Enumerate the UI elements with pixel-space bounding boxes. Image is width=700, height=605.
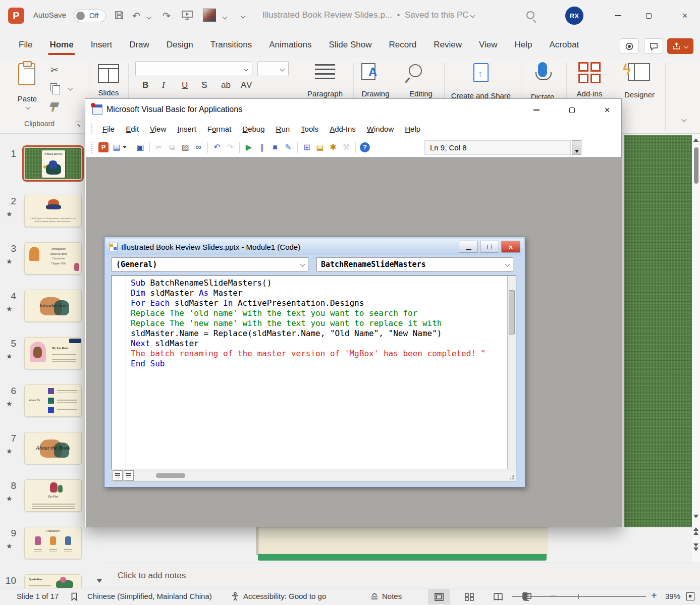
- vba-close-button[interactable]: ×: [598, 103, 616, 117]
- slide-thumbnail-3[interactable]: IntroductionAbout the BookConclusionChap…: [24, 242, 82, 274]
- code-vertical-scrollbar[interactable]: [507, 276, 516, 469]
- vba-menu-file[interactable]: File: [97, 123, 120, 135]
- comments-button[interactable]: [644, 38, 663, 54]
- code-scrollbar-thumb[interactable]: [509, 290, 515, 335]
- copy-icon[interactable]: [50, 83, 57, 91]
- share-button[interactable]: [667, 38, 693, 54]
- format-u-button[interactable]: U: [182, 80, 188, 90]
- break-icon[interactable]: ∥: [256, 141, 268, 153]
- tab-draw[interactable]: Draw: [121, 37, 158, 53]
- toolbar-scroll-button[interactable]: [572, 140, 581, 155]
- code-editor[interactable]: Sub BatchRenameSlideMasters()Dim sldMast…: [126, 276, 507, 469]
- tab-file[interactable]: File: [10, 37, 41, 53]
- code-line[interactable]: Sub BatchRenameSlideMasters(): [131, 278, 507, 288]
- scroll-down-icon[interactable]: [693, 515, 698, 518]
- search-icon[interactable]: [526, 11, 534, 19]
- view-slide-sorter-button[interactable]: [458, 589, 480, 604]
- tab-transitions[interactable]: Transitions: [202, 37, 261, 53]
- fit-slide-to-window-icon[interactable]: [686, 592, 694, 600]
- code-window-title-bar[interactable]: Illustrated Book Review Slides.pptx - Mo…: [106, 239, 523, 255]
- cut-icon[interactable]: ✂: [50, 64, 59, 76]
- split-view-button-2[interactable]: [124, 470, 134, 481]
- code-close-button[interactable]: ×: [501, 241, 520, 253]
- stop-icon[interactable]: ■: [269, 141, 281, 153]
- bookmark-icon[interactable]: [71, 592, 78, 601]
- slide-thumbnail-8[interactable]: The Plot: [24, 479, 82, 512]
- code-line[interactable]: End Sub: [131, 359, 507, 369]
- vba-menu-window[interactable]: Window: [361, 123, 399, 135]
- format-painter-icon[interactable]: [50, 102, 60, 107]
- hscrollbar-thumb[interactable]: [156, 473, 185, 478]
- procedure-dropdown[interactable]: BatchRenameSlideMasters: [316, 257, 513, 271]
- editing-group-label[interactable]: Editing: [401, 89, 441, 98]
- maximize-button[interactable]: [640, 7, 657, 24]
- paste-button[interactable]: Paste: [15, 94, 39, 103]
- code-restore-button[interactable]: [480, 241, 499, 253]
- insert-userform-icon-caret[interactable]: [123, 146, 127, 148]
- vba-maximize-button[interactable]: [563, 103, 581, 117]
- vba-menu-view[interactable]: View: [144, 123, 172, 135]
- design-mode-icon[interactable]: ✎: [282, 141, 294, 153]
- save-icon[interactable]: [114, 10, 124, 20]
- slide-thumbnail-4[interactable]: Introduction: [24, 290, 82, 322]
- slide-thumbnail-6[interactable]: About Us: [24, 384, 82, 417]
- find-icon[interactable]: ∞: [192, 141, 204, 153]
- collapse-ribbon-icon[interactable]: [682, 117, 687, 122]
- slide-thumbnail-9[interactable]: Characters: [24, 527, 82, 559]
- add-ins-icon[interactable]: [578, 62, 601, 83]
- editing-icon[interactable]: [409, 64, 422, 77]
- paste-chevron-icon[interactable]: [26, 105, 31, 110]
- code-line[interactable]: sldMaster.Name = Replace(sldMaster.Name,…: [131, 328, 507, 339]
- vba-title-bar[interactable]: Microsoft Visual Basic for Applications …: [85, 99, 621, 120]
- zoom-slider-track[interactable]: [512, 596, 646, 597]
- properties-window-icon[interactable]: ▤: [314, 141, 326, 153]
- help-icon[interactable]: ?: [360, 142, 370, 152]
- format-i-button[interactable]: I: [162, 80, 165, 90]
- save-icon[interactable]: ▣: [134, 141, 146, 153]
- code-line[interactable]: Replace The 'new name' with the text you…: [131, 318, 507, 328]
- autosave-toggle[interactable]: Off: [74, 10, 106, 22]
- copy-chevron-icon[interactable]: [68, 86, 73, 91]
- scroll-up-icon[interactable]: [693, 138, 698, 142]
- notes-toggle[interactable]: Notes: [382, 592, 402, 600]
- vba-menu-edit[interactable]: Edit: [120, 123, 144, 135]
- zoom-slider-thumb[interactable]: [523, 592, 527, 600]
- font-size-combo[interactable]: [257, 61, 289, 76]
- main-scrollbar[interactable]: [692, 134, 700, 588]
- code-horizontal-scrollbar[interactable]: [111, 469, 516, 482]
- redo-icon[interactable]: ↷: [163, 10, 171, 22]
- recent-image-chip[interactable]: [203, 9, 216, 22]
- slide-thumbnail-2[interactable]: A book report is a brief summary and ana…: [24, 195, 82, 227]
- notes-panel[interactable]: Click to add notes: [106, 563, 700, 588]
- paste-icon[interactable]: [18, 63, 35, 85]
- dictate-icon[interactable]: [538, 62, 547, 77]
- vba-minimize-button[interactable]: [527, 103, 546, 117]
- code-line[interactable]: Replace The 'old name' with the text you…: [131, 308, 507, 318]
- slide-thumbnail-1[interactable]: A Book Review: [24, 147, 82, 180]
- tab-insert[interactable]: Insert: [82, 37, 121, 53]
- format-av-button[interactable]: AV: [241, 80, 252, 90]
- add-ins-label[interactable]: Add-ins: [571, 89, 608, 98]
- vba-menu-insert[interactable]: Insert: [172, 123, 202, 135]
- undo-icon[interactable]: ↶: [132, 10, 140, 22]
- start-slideshow-icon[interactable]: [182, 10, 193, 20]
- new-slide-icon[interactable]: [98, 64, 119, 83]
- paste-icon[interactable]: ▨: [179, 141, 191, 153]
- zoom-in-button[interactable]: +: [651, 590, 657, 601]
- panel-scroll-down-icon[interactable]: [97, 579, 102, 583]
- code-line[interactable]: Dim sldMaster As Master: [131, 288, 507, 298]
- close-button[interactable]: ×: [676, 7, 693, 24]
- tab-acrobat[interactable]: Acrobat: [541, 37, 588, 53]
- vba-menu-debug[interactable]: Debug: [237, 123, 270, 135]
- project-explorer-icon[interactable]: ⊞: [301, 141, 313, 153]
- clipboard-dialog-launcher[interactable]: [76, 122, 81, 127]
- view-powerpoint-icon[interactable]: P: [98, 142, 109, 152]
- tab-help[interactable]: Help: [506, 37, 541, 53]
- notes-toggle-icon[interactable]: [370, 592, 379, 600]
- code-line[interactable]: For Each sldMaster In ActivePresentation…: [131, 298, 507, 308]
- resize-grip[interactable]: [509, 475, 514, 480]
- create-and-share-icon[interactable]: [473, 63, 489, 82]
- zoom-level[interactable]: 39%: [665, 592, 680, 600]
- avatar[interactable]: RX: [565, 7, 583, 25]
- record-button[interactable]: [620, 38, 639, 54]
